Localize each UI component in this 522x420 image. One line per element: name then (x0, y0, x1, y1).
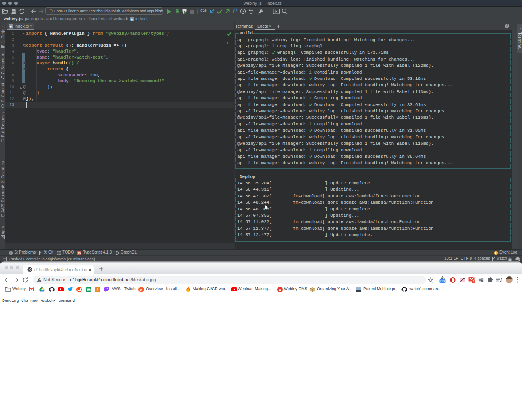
svg-text:w: w (140, 288, 143, 291)
svg-text:λ: λ (97, 287, 99, 291)
svg-text:TS: TS (131, 19, 134, 21)
svg-text:TS: TS (78, 252, 81, 254)
svg-text:2.26: 2.26 (440, 280, 445, 282)
svg-text:TS: TS (9, 26, 12, 28)
svg-text:5: 5 (473, 280, 475, 283)
svg-text:w: w (278, 288, 282, 291)
